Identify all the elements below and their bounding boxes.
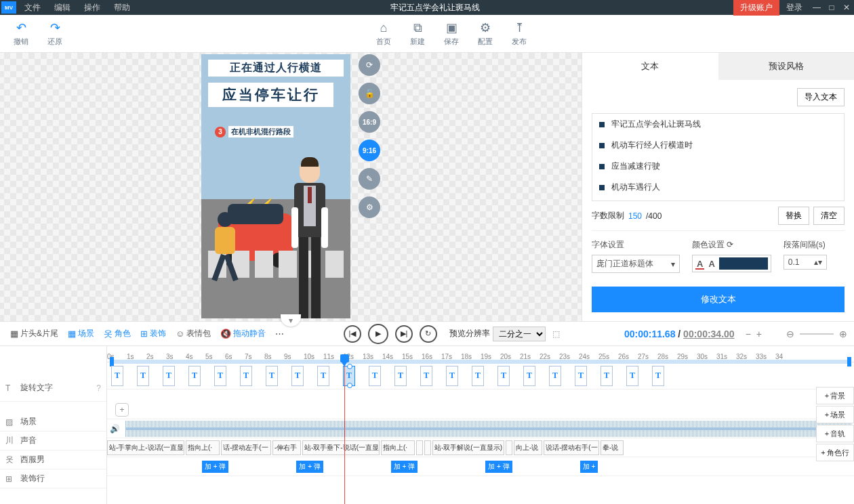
ratio-16-9-button[interactable]: 16:9 [359, 111, 380, 133]
timeline-tracks-area[interactable]: 0s1s2s3s4s5s6s7s8s9s10s11s12s13s14s15s16… [107, 346, 854, 504]
publish-button[interactable]: ⤒发布 [512, 20, 527, 47]
maximize-button[interactable]: □ [824, 3, 839, 12]
menu-help[interactable]: 帮助 [107, 2, 137, 14]
action-clip[interactable]: 指向上(· [186, 440, 220, 455]
add-background-button[interactable]: + 背景 [816, 387, 854, 404]
action-clip[interactable]: 站-双手解说(一直显示) [432, 440, 504, 455]
save-button[interactable]: ▣保存 [444, 20, 459, 47]
tab-preset[interactable]: 预设风格 [718, 53, 855, 80]
track-label-deco[interactable]: ⊞装饰行 [0, 469, 106, 488]
text-clip[interactable]: T [575, 366, 587, 386]
tab-text[interactable]: 文本 [582, 53, 718, 80]
clear-button[interactable]: 清空 [813, 207, 845, 225]
text-clip[interactable]: T [188, 366, 201, 386]
text-clip[interactable]: T [137, 366, 149, 386]
deco-clip[interactable]: 加 + 弹 [202, 461, 228, 473]
text-clip[interactable]: T [497, 366, 510, 386]
text-clip[interactable]: T [446, 366, 458, 386]
add-scene-row-button[interactable]: + 场景 [816, 406, 854, 423]
track-label-character[interactable]: 옷西服男 [0, 450, 106, 469]
text-clip[interactable]: T [652, 366, 664, 386]
login-button[interactable]: 登录 [779, 2, 809, 14]
menu-file[interactable]: 文件 [18, 2, 47, 14]
text-item[interactable]: 应当减速行驶 [592, 156, 844, 177]
config-button[interactable]: ⚙配置 [478, 20, 493, 47]
deco-clip[interactable]: 加 + [580, 461, 598, 473]
text-clip[interactable]: T [291, 366, 304, 386]
text-clip[interactable]: T [369, 366, 381, 386]
text-item[interactable]: 机动车遇行人 [592, 177, 844, 198]
action-clip[interactable] [506, 440, 512, 455]
para-spacing-input[interactable]: 0.1▴▾ [784, 255, 827, 270]
intro-outro-button[interactable]: ▦片头&片尾 [7, 326, 62, 341]
canvas-area[interactable]: 正在通过人行横道 应当停车让行 3 在机非机混行路段 ⚡⚡ ⟳ 🔓 16:9 9… [0, 53, 582, 321]
character-button[interactable]: 옷角色 [100, 326, 134, 342]
help-icon[interactable]: ? [96, 383, 101, 393]
drag-mute-button[interactable]: 🔇拖动静音 [217, 326, 269, 341]
action-clip[interactable]: 话-摆动左手(一 [221, 440, 271, 455]
audio-waveform[interactable] [125, 421, 851, 437]
color-control[interactable]: A A [692, 255, 771, 272]
audio-track[interactable]: 🔊 [107, 419, 854, 438]
next-button[interactable]: ▶| [395, 325, 413, 343]
loop-button[interactable]: ↻ [420, 325, 437, 343]
text-clip[interactable]: T [266, 366, 278, 386]
color-swatch[interactable] [719, 257, 768, 270]
emoji-button[interactable]: ☺表情包 [172, 326, 214, 341]
deco-clip[interactable]: 加 + 弹 [296, 461, 323, 473]
zoom-fit-out-button[interactable]: ⊖ [786, 329, 794, 339]
menu-action[interactable]: 操作 [77, 2, 107, 14]
text-item[interactable]: 机动车行经人行横道时 [592, 135, 844, 156]
minimize-button[interactable]: — [809, 3, 824, 12]
action-clip[interactable]: 站-双手垂下-说话(一直显 [302, 440, 380, 455]
volume-icon[interactable]: 🔊 [110, 424, 120, 434]
text-clip[interactable]: T [523, 366, 535, 386]
action-clip[interactable] [416, 440, 423, 455]
new-button[interactable]: ⧉新建 [410, 20, 425, 47]
close-button[interactable]: ✕ [839, 3, 854, 12]
zoom-in-button[interactable]: + [756, 329, 762, 339]
prev-button[interactable]: |◀ [344, 325, 361, 343]
zoom-fit-in-button[interactable]: ⊕ [839, 329, 847, 339]
zoom-out-button[interactable]: − [746, 329, 751, 339]
deco-clip[interactable]: 加 + 弹 [485, 461, 512, 473]
action-clip[interactable]: 向上-说 [514, 440, 542, 455]
play-button[interactable]: ▶ [368, 324, 388, 344]
settings-button[interactable]: ⚙ [359, 196, 380, 218]
action-clip[interactable]: -伸右手 [272, 440, 301, 455]
scene-button[interactable]: ▦场景 [64, 326, 98, 341]
track-label-text[interactable]: T旋转文字? [0, 375, 106, 402]
text-item[interactable]: 牢记五点学会礼让斑马线 [592, 114, 844, 135]
text-list[interactable]: 牢记五点学会礼让斑马线 机动车行经人行横道时 应当减速行驶 机动车遇行人 [592, 113, 845, 201]
more-button[interactable]: ⋯ [272, 327, 287, 341]
text-clip[interactable]: T [214, 366, 226, 386]
action-clip[interactable]: 站-手掌向上-说话(一直显 [107, 440, 184, 455]
action-clip[interactable] [424, 440, 431, 455]
action-clip[interactable]: 指向上(· [381, 440, 415, 455]
text-clip[interactable]: T [394, 366, 407, 386]
text-clip[interactable]: T [317, 366, 329, 386]
text-clip[interactable]: T [163, 366, 175, 386]
upgrade-button[interactable]: 升级账户 [733, 0, 779, 16]
text-clip[interactable]: T [111, 366, 123, 386]
track-label-scene[interactable]: ▨场景 [0, 413, 106, 432]
edit-button[interactable]: ✎ [359, 168, 380, 190]
text-clip[interactable]: T [472, 366, 484, 386]
refresh-button[interactable]: ⟳ [359, 54, 380, 76]
add-character-row-button[interactable]: + 角色行 [816, 444, 854, 461]
text-clip[interactable]: T [420, 366, 432, 386]
replace-button[interactable]: 替换 [778, 207, 809, 225]
text-color-icon[interactable]: A [695, 259, 704, 269]
import-text-button[interactable]: 导入文本 [797, 88, 845, 106]
text-track[interactable]: TTTTTTTTTTTTTTTTTTTTTT [107, 362, 854, 390]
text-clip[interactable]: T [601, 366, 613, 386]
character-track[interactable]: 站-手掌向上-说话(一直显指向上(·话-摆动左手(一-伸右手站-双手垂下-说话(… [107, 438, 854, 457]
action-clip[interactable]: 拳-说 [601, 440, 624, 455]
playhead[interactable] [344, 356, 345, 504]
home-button[interactable]: ⌂首页 [376, 20, 391, 47]
text-clip[interactable]: T [549, 366, 561, 386]
deco-clip[interactable]: 加 + 弹 [391, 461, 418, 473]
video-preview[interactable]: 正在通过人行横道 应当停车让行 3 在机非机混行路段 ⚡⚡ [201, 54, 350, 318]
outline-color-icon[interactable]: A [707, 259, 716, 269]
decoration-button[interactable]: ⊞装饰 [137, 326, 169, 341]
